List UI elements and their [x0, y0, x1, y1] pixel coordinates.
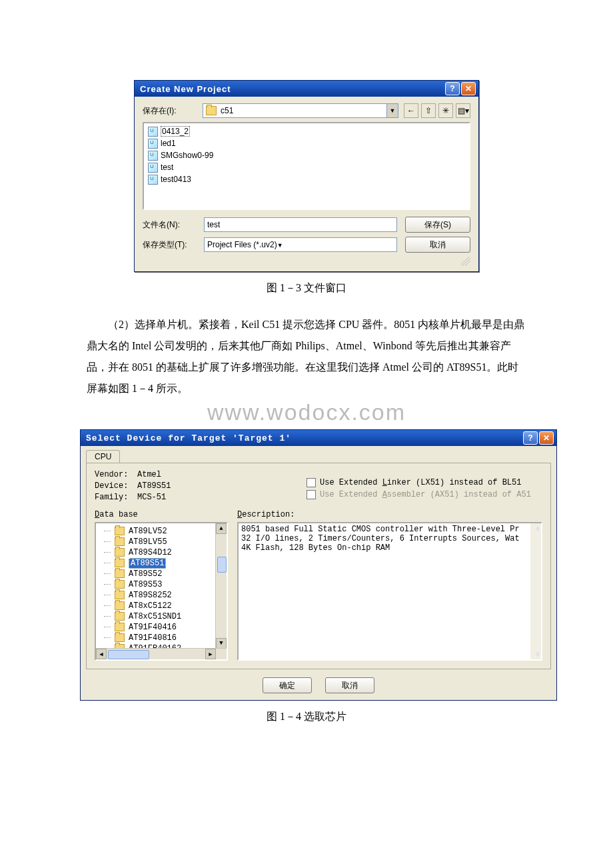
tree-item[interactable]: AT8xC5122	[96, 601, 227, 611]
resize-grip-icon[interactable]	[461, 257, 470, 266]
select-device-dialog: Select Device for Target 'Target 1' ? ✕ …	[80, 429, 557, 701]
horizontal-scrollbar[interactable]: ◀ ▶	[96, 648, 227, 659]
close-icon[interactable]: ✕	[461, 82, 476, 95]
filename-label: 文件名(N):	[143, 219, 204, 231]
figure-caption-1: 图 1－3 文件窗口	[80, 281, 533, 295]
project-file-icon	[148, 175, 158, 185]
list-item[interactable]: 0413_2	[148, 126, 465, 137]
new-folder-icon[interactable]: ✳	[438, 103, 453, 118]
folder-icon	[115, 569, 125, 578]
tree-item-label: AT8xC5122	[129, 601, 172, 611]
up-folder-icon[interactable]: ⇧	[421, 103, 436, 118]
tree-item-label: AT89S52	[129, 569, 162, 579]
database-label: Data base	[95, 510, 228, 519]
file-list[interactable]: 0413_2 led1 SMGshow0-99 test test0413	[143, 122, 470, 210]
folder-icon	[115, 527, 125, 535]
tree-item[interactable]: AT91F40416	[96, 622, 227, 632]
vertical-scrollbar[interactable]: ▲ ▼	[215, 523, 227, 649]
extended-linker-checkbox[interactable]: Use Extended Linker (LX51) instead of BL…	[306, 478, 531, 487]
vertical-scrollbar: ∧∨	[530, 523, 541, 659]
list-item[interactable]: test0413	[148, 174, 465, 185]
description-label: Description:	[237, 510, 542, 519]
cancel-button[interactable]: 取消	[405, 237, 470, 253]
scroll-down-icon[interactable]: ▼	[216, 638, 227, 649]
list-item[interactable]: test	[148, 162, 465, 173]
tree-item-label: AT8xC51SND1	[129, 612, 181, 621]
tree-item-label: AT89LV52	[129, 527, 167, 536]
project-file-icon	[148, 151, 158, 161]
cancel-button[interactable]: 取消	[325, 677, 374, 693]
folder-icon	[115, 601, 125, 610]
tree-item[interactable]: AT89S4D12	[96, 547, 227, 557]
device-value: AT89S51	[137, 481, 171, 491]
filetype-label: 保存类型(T):	[143, 239, 204, 251]
project-file-icon	[148, 163, 158, 173]
vendor-label: Vendor:	[95, 470, 137, 479]
folder-name: c51	[221, 106, 233, 115]
tree-item-label: AT89LV55	[129, 537, 167, 547]
list-item[interactable]: SMGshow0-99	[148, 150, 465, 161]
project-file-icon	[148, 127, 158, 137]
scroll-left-icon[interactable]: ◀	[96, 649, 107, 659]
folder-icon	[115, 633, 125, 642]
watermark-text: www.wodocx.com	[80, 399, 533, 425]
folder-icon	[115, 548, 125, 557]
ok-button[interactable]: 确定	[263, 677, 312, 693]
folder-icon	[115, 623, 125, 631]
scroll-thumb[interactable]	[217, 557, 227, 573]
tree-item-label: AT89S51	[129, 558, 166, 569]
tree-item-label: AT89S53	[129, 580, 162, 589]
chevron-down-icon[interactable]: ▼	[277, 240, 283, 249]
device-label: Device:	[95, 481, 137, 491]
extended-assembler-checkbox: Use Extended Assembler (AX51) instead of…	[306, 490, 531, 499]
tree-item[interactable]: AT91F40816	[96, 633, 227, 643]
folder-combo[interactable]: c51 ▼	[203, 103, 398, 118]
create-project-dialog: Create New Project ? ✕ 保存在(I): c51 ▼ ← ⇧…	[134, 80, 479, 272]
tree-item-label: AT89S4D12	[129, 548, 172, 557]
tree-item[interactable]: AT89LV52	[96, 526, 227, 536]
help-icon[interactable]: ?	[523, 431, 538, 445]
device-tree[interactable]: AT89LV52AT89LV55AT89S4D12AT89S51AT89S52A…	[95, 522, 228, 661]
filename-input[interactable]: test	[204, 217, 397, 232]
close-icon[interactable]: ✕	[539, 431, 554, 445]
tree-item[interactable]: AT89S8252	[96, 590, 227, 600]
tab-cpu[interactable]: CPU	[86, 450, 120, 463]
folder-icon	[115, 580, 125, 589]
tree-item[interactable]: AT89S51	[96, 558, 227, 568]
dialog-titlebar[interactable]: Create New Project ? ✕	[135, 81, 478, 97]
tree-item[interactable]: AT8xC51SND1	[96, 611, 227, 621]
back-icon[interactable]: ←	[404, 103, 418, 118]
checkbox-icon	[306, 490, 316, 499]
checkbox-icon	[306, 478, 316, 487]
tree-item-label: AT91F40416	[129, 623, 177, 632]
family-value: MCS-51	[137, 493, 166, 502]
tree-item[interactable]: AT89S52	[96, 569, 227, 579]
scroll-thumb[interactable]	[108, 650, 149, 659]
help-icon[interactable]: ?	[445, 82, 460, 95]
figure-caption-2: 图 1－4 选取芯片	[80, 710, 533, 724]
vendor-value: Atmel	[137, 470, 161, 479]
filetype-combo[interactable]: Project Files (*.uv2) ▼	[204, 237, 397, 252]
folder-icon	[115, 559, 125, 567]
folder-icon	[115, 537, 125, 546]
save-in-label: 保存在(I):	[143, 105, 203, 117]
cpu-tab-panel: Vendor:Atmel Device:AT89S51 Family:MCS-5…	[86, 463, 551, 669]
chevron-down-icon[interactable]: ▼	[386, 104, 398, 117]
tree-item-label: AT91F40816	[129, 633, 177, 643]
list-item[interactable]: led1	[148, 138, 465, 149]
save-button[interactable]: 保存(S)	[405, 217, 470, 233]
body-paragraph: （2）选择单片机。紧接着，Keil C51 提示您选择 CPU 器件。8051 …	[87, 314, 526, 399]
tree-item-label: AT89S8252	[129, 591, 172, 600]
dialog-title: Select Device for Target 'Target 1'	[86, 433, 522, 443]
description-text: 8051 based Full Static CMOS controller w…	[237, 522, 542, 661]
view-menu-icon[interactable]: ▤▾	[456, 103, 470, 118]
scroll-up-icon[interactable]: ▲	[216, 523, 227, 534]
family-label: Family:	[95, 493, 137, 502]
folder-icon	[206, 106, 217, 115]
tree-item[interactable]: AT89S53	[96, 579, 227, 589]
tree-item[interactable]: AT89LV55	[96, 537, 227, 547]
dialog-titlebar[interactable]: Select Device for Target 'Target 1' ? ✕	[81, 430, 556, 446]
dialog-title: Create New Project	[140, 84, 444, 94]
folder-icon	[115, 591, 125, 599]
scroll-right-icon[interactable]: ▶	[205, 649, 216, 659]
